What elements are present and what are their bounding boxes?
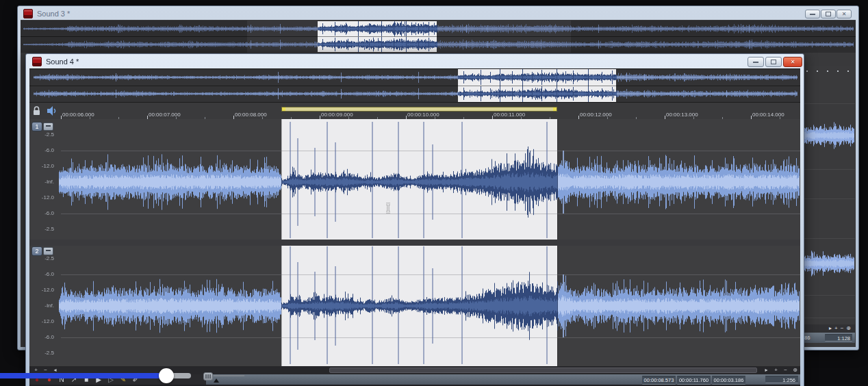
zoom-ratio-box[interactable]: 1:256: [765, 376, 798, 383]
db-label: -Inf.: [29, 179, 54, 185]
selection-loop-bar[interactable]: [281, 107, 557, 112]
db-label: -2.5: [29, 227, 54, 232]
draw-icon[interactable]: ✐: [130, 375, 141, 384]
goto-end-icon[interactable]: ↗: [68, 375, 79, 384]
db-label: -12.0: [29, 319, 54, 324]
close-glyph: ✕: [791, 60, 795, 65]
sound3-zoom-ratio[interactable]: 1:128: [825, 334, 852, 342]
pencil-icon[interactable]: ✎: [118, 375, 129, 384]
selection-start-box[interactable]: 00:00:08.573: [642, 376, 676, 385]
sound-forge-doc-icon: [23, 9, 33, 18]
sound3-time-fragment: 86: [804, 334, 810, 342]
zoom-button[interactable]: +: [771, 367, 780, 374]
db-label: -2.5: [29, 256, 54, 261]
horizontal-scrollbar[interactable]: +−◂ ▸+−⊕: [29, 366, 800, 374]
record-icon[interactable]: ●: [31, 375, 42, 384]
db-label: -6.0: [29, 272, 54, 277]
window-sound4: Sound 4 * ✕ 00:00:06.00000:00:07.00000:0…: [25, 53, 804, 386]
selection-length-box[interactable]: 00:00:03.186: [712, 376, 745, 385]
db-label: -6.0: [29, 148, 54, 153]
db-label: -12.0: [29, 195, 54, 201]
restore-button[interactable]: [821, 10, 836, 18]
channel-1-minimize[interactable]: [43, 123, 53, 131]
db-label: -Inf.: [29, 303, 54, 309]
channel-2-badge[interactable]: 2: [31, 246, 42, 256]
window-sound4-body: 00:00:06.00000:00:07.00000:00:08.00000:0…: [29, 68, 800, 386]
db-label: -12.0: [29, 287, 54, 293]
db-label: -2.5: [29, 350, 54, 356]
screen: { "window3": { "title": "Sound 3 *", "bu…: [0, 0, 868, 386]
selection-end-handle[interactable]: [553, 107, 557, 111]
scrollbar-thumb[interactable]: [329, 368, 757, 373]
db-label: -6.0: [29, 335, 54, 340]
db-label: -2.5: [29, 132, 54, 138]
sound4-overview-waveform[interactable]: [29, 68, 800, 103]
close-button[interactable]: ✕: [837, 10, 852, 18]
normalize-icon[interactable]: N: [56, 375, 67, 384]
minimize-button[interactable]: [805, 10, 820, 18]
scroll-button[interactable]: +: [31, 367, 40, 374]
window-title: Sound 4 *: [46, 57, 79, 66]
sound4-main-waveform[interactable]: [29, 119, 800, 366]
close-glyph: ✕: [842, 12, 847, 17]
timeline-ruler[interactable]: 00:00:06.00000:00:07.00000:00:08.00000:0…: [29, 103, 800, 120]
zoom-button[interactable]: ▸: [762, 367, 771, 374]
sound3-status-bar: 86 1:128: [803, 333, 855, 343]
zoom-button[interactable]: ⊕: [791, 367, 800, 374]
zoom-button[interactable]: −: [781, 367, 790, 374]
sound3-overview-waveform[interactable]: [21, 21, 856, 53]
close-button[interactable]: ✕: [783, 57, 802, 67]
speaker-icon[interactable]: [46, 105, 58, 117]
window-title: Sound 3 *: [37, 10, 70, 18]
play-icon[interactable]: ▶: [93, 375, 104, 384]
lock-icon[interactable]: [32, 105, 41, 116]
selection-end-box[interactable]: 00:00:11.760: [677, 376, 711, 385]
db-label: -12.0: [29, 164, 54, 169]
scroll-button[interactable]: ◂: [51, 367, 60, 374]
stop-icon[interactable]: ■: [81, 375, 92, 384]
scroll-button[interactable]: −: [41, 367, 50, 374]
channel-2-minimize[interactable]: [43, 247, 53, 255]
restore-glyph: [771, 60, 776, 64]
minimize-glyph: [753, 62, 758, 63]
minimize-glyph: [810, 14, 815, 15]
playbar: ●●N↗■▶▷✎✐: [29, 374, 206, 385]
sound3-waveform-strip[interactable]: [803, 66, 855, 324]
record2-icon[interactable]: ●: [44, 375, 55, 384]
restore-glyph: [826, 12, 831, 16]
window-sound4-titlebar[interactable]: Sound 4 *: [29, 55, 801, 67]
play-all-icon[interactable]: ▷: [105, 375, 116, 384]
channel-1-badge[interactable]: 1: [31, 122, 42, 131]
selection-start-handle[interactable]: [282, 107, 285, 111]
sound-forge-doc-icon: [32, 57, 42, 66]
restore-button[interactable]: [765, 57, 782, 67]
sound3-zoom-controls[interactable]: ▸+−⊕: [803, 324, 855, 333]
minimize-button[interactable]: [748, 57, 764, 67]
sound4-status-bar: ●●N↗■▶▷✎✐ 00:00:08.573 00:00:11.760 00:0…: [29, 374, 800, 385]
ibeam-cursor: [384, 203, 392, 214]
db-label: -6.0: [29, 211, 54, 216]
window-sound3-titlebar[interactable]: Sound 3 *: [21, 8, 856, 19]
